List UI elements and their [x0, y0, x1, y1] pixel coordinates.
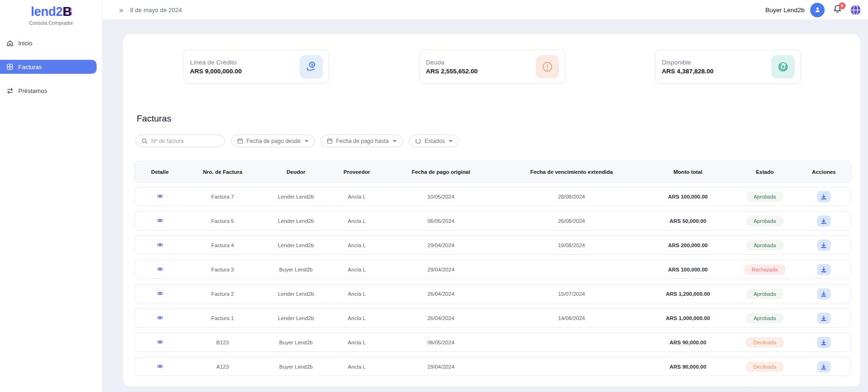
- invoice-search[interactable]: [135, 135, 225, 147]
- invoice-number: Factura 3: [185, 267, 260, 272]
- column-header: Fecha de vencimiento extendida: [500, 169, 643, 175]
- status-cell: Aprobada: [733, 240, 797, 250]
- column-header: Monto total: [643, 169, 733, 175]
- topbar: » 8 de mayo de 2024 Buyer Lend2b 5: [103, 0, 868, 20]
- status-badge: Declinada: [746, 362, 784, 372]
- extended-due-date: 26/08/2024: [500, 218, 643, 224]
- date-to-label: Fecha de pago hasta: [336, 138, 389, 144]
- provider: Ancla L: [332, 194, 382, 200]
- states-filter[interactable]: Estados: [409, 135, 459, 147]
- status-cell: Declinada: [733, 362, 797, 372]
- total-amount: ARS 100,000.00: [643, 194, 733, 200]
- status-badge: Aprobada: [746, 240, 784, 250]
- user-avatar[interactable]: [810, 3, 825, 17]
- view-detail-button[interactable]: [157, 266, 163, 272]
- invoice-number: Factura 1: [185, 315, 260, 321]
- download-button[interactable]: [817, 264, 831, 275]
- page-title: Facturas: [137, 114, 860, 124]
- view-detail-button[interactable]: [157, 242, 163, 248]
- svg-text:$: $: [782, 64, 784, 69]
- download-button[interactable]: [817, 191, 831, 202]
- sidebar-item-facturas[interactable]: Facturas: [0, 60, 97, 74]
- eye-icon: [157, 290, 163, 297]
- download-button[interactable]: [817, 361, 831, 372]
- download-button[interactable]: [817, 313, 831, 324]
- svg-text:$: $: [311, 63, 313, 67]
- app-root: lend2B Consola Comprador Inicio Facturas: [0, 0, 868, 392]
- date-to-filter[interactable]: Fecha de pago hasta: [321, 135, 403, 147]
- provider: Ancla L: [332, 218, 382, 224]
- download-button[interactable]: [817, 288, 831, 299]
- debtor: Buyer Lend2b: [260, 267, 331, 272]
- view-detail-button[interactable]: [157, 217, 163, 224]
- invoice-number: A123: [185, 364, 260, 370]
- invoice-number: Factura 2: [185, 291, 260, 297]
- eye-icon: [157, 266, 163, 272]
- card-value: ARS 2,555,652.00: [426, 68, 536, 75]
- view-detail-button[interactable]: [157, 193, 163, 200]
- detail-cell: [135, 363, 185, 371]
- card-title: Línea de Crédito: [190, 59, 300, 66]
- debtor: Lender Lend2b: [260, 315, 331, 321]
- logo-subtitle: Consola Comprador: [0, 20, 102, 26]
- chevron-down-icon: [393, 140, 397, 142]
- detail-cell: [135, 339, 185, 346]
- download-button[interactable]: [817, 215, 831, 227]
- status-badge: Aprobada: [746, 216, 784, 226]
- total-amount: ARS 1,200,000.00: [643, 291, 733, 297]
- actions-cell: [797, 361, 851, 372]
- eye-icon: [157, 193, 163, 200]
- actions-cell: [797, 240, 851, 251]
- person-icon: [813, 6, 822, 14]
- hand-coin-icon: $: [300, 55, 323, 78]
- original-pay-date: 10/05/2024: [382, 194, 500, 200]
- view-detail-button[interactable]: [157, 363, 163, 370]
- download-button[interactable]: [817, 337, 831, 348]
- view-detail-button[interactable]: [157, 339, 163, 345]
- invoice-number: Factura 4: [185, 242, 260, 248]
- detail-cell: [135, 290, 185, 298]
- topbar-right: Buyer Lend2b 5: [765, 3, 861, 17]
- total-amount: ARS 90,000.00: [643, 340, 733, 345]
- sidebar-item-prestamos[interactable]: Préstamos: [0, 84, 102, 98]
- actions-cell: [797, 191, 851, 202]
- status-cell: Declinada: [733, 337, 797, 348]
- status-cell: Rechazada: [733, 264, 797, 275]
- actions-cell: [797, 264, 851, 275]
- provider: Ancla L: [332, 364, 382, 370]
- actions-cell: [797, 288, 851, 299]
- status-badge: Declinada: [746, 337, 784, 348]
- original-pay-date: 29/04/2024: [382, 242, 500, 248]
- filters-bar: Fecha de pago desde Fecha de pago hasta …: [135, 135, 860, 147]
- sidebar-nav: Inicio Facturas Préstamos: [0, 36, 102, 98]
- main-column: » 8 de mayo de 2024 Buyer Lend2b 5: [103, 0, 868, 392]
- download-icon: [820, 218, 827, 224]
- status-cell: Aprobada: [733, 216, 797, 226]
- card-title: Deuda: [426, 59, 536, 66]
- chevron-down-icon: [449, 140, 453, 142]
- summary-cards: Línea de Crédito ARS 9,000,000.00 $ Deud…: [123, 34, 860, 84]
- eye-icon: [157, 363, 163, 370]
- view-detail-button[interactable]: [157, 314, 163, 321]
- download-icon: [820, 266, 827, 273]
- invoice-number: Factura 5: [185, 218, 260, 224]
- status-cell: Aprobada: [733, 192, 797, 202]
- view-detail-button[interactable]: [157, 290, 163, 297]
- table-row: B123 Buyer Lend2b Ancla L 06/05/2024 ARS…: [134, 333, 851, 352]
- states-label: Estados: [425, 138, 445, 144]
- sidebar-item-inicio[interactable]: Inicio: [0, 36, 102, 50]
- current-date: 8 de mayo de 2024: [130, 7, 182, 14]
- provider: Ancla L: [332, 340, 382, 345]
- language-globe-button[interactable]: [850, 4, 861, 16]
- provider: Ancla L: [332, 267, 382, 272]
- notifications-button[interactable]: 5: [833, 4, 842, 16]
- search-input[interactable]: [151, 138, 219, 144]
- collapse-sidebar-icon[interactable]: »: [119, 6, 123, 14]
- download-button[interactable]: [817, 240, 831, 251]
- extended-due-date: 19/08/2024: [500, 242, 643, 248]
- eye-icon: [157, 242, 163, 248]
- sidebar-item-label: Facturas: [18, 64, 42, 71]
- date-from-filter[interactable]: Fecha de pago desde: [231, 135, 315, 147]
- main-panel: Línea de Crédito ARS 9,000,000.00 $ Deud…: [123, 34, 860, 386]
- sidebar: lend2B Consola Comprador Inicio Facturas: [0, 0, 103, 392]
